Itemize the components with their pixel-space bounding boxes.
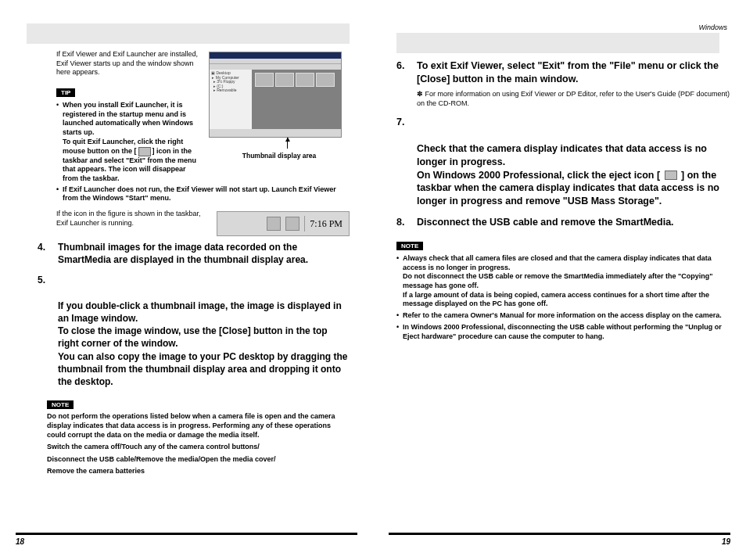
right-note-2: Refer to the camera Owner's Manual for m…: [396, 311, 730, 321]
tip-item-2: If Exif Launcher does not run, the Exif …: [56, 185, 350, 203]
thumbnail-caption: Thumbnail display area: [209, 152, 350, 160]
exif-viewer-screenshot: ▣ Desktop ▸ My Computer ▸ 3½ Floppy ▸ (C…: [209, 52, 342, 138]
tray-icon-1: [267, 217, 281, 231]
exif-launcher-icon: [138, 147, 151, 156]
step-4: 4. Thumbnail images for the image data r…: [38, 241, 350, 266]
right-header-placeholder: [396, 33, 719, 53]
step-7: 7. Check that the camera display indicat…: [396, 116, 730, 208]
tray-icon-2: [285, 217, 299, 231]
page-number-right: 19: [389, 537, 730, 546]
tip-item-1: When you install Exif Launcher, it is re…: [56, 101, 203, 184]
left-header-placeholder: [27, 23, 350, 44]
step-8: 8. Disconnect the USB cable and remove t…: [396, 216, 730, 229]
right-note-3: In Windows 2000 Professional, disconnect…: [396, 323, 730, 341]
footer-right: 19: [389, 533, 730, 546]
note-label-left: NOTE: [47, 400, 74, 409]
step-6-subnote: ✽ For more information on using Exif Vie…: [417, 89, 730, 108]
footer-left: 18: [16, 533, 357, 546]
right-note-1: Always check that all camera files are c…: [396, 254, 730, 309]
page-number-left: 18: [16, 537, 357, 546]
note-body-left: Do not perform the operations listed bel…: [47, 411, 350, 476]
taskbar-figure: 7:16 PM: [217, 211, 350, 236]
step-6: 6. To exit Exif Viewer, select "Exit" fr…: [396, 59, 730, 108]
tip-label: TIP: [56, 88, 75, 97]
section-header-label: Windows: [396, 23, 730, 31]
page-left: If Exif Viewer and Exif Launcher are ins…: [0, 0, 373, 560]
taskbar-time: 7:16 PM: [310, 218, 343, 230]
page-right: Windows 6. To exit Exif Viewer, select "…: [373, 0, 746, 560]
eject-icon: [665, 171, 677, 180]
step-5: 5. If you double-click a thumbnail image…: [38, 274, 350, 388]
note-label-right: NOTE: [396, 242, 423, 250]
intro-text: If Exif Viewer and Exif Launcher are ins…: [56, 50, 203, 77]
taskbar-icon-note: If the icon in the figure is shown in th…: [56, 210, 210, 228]
